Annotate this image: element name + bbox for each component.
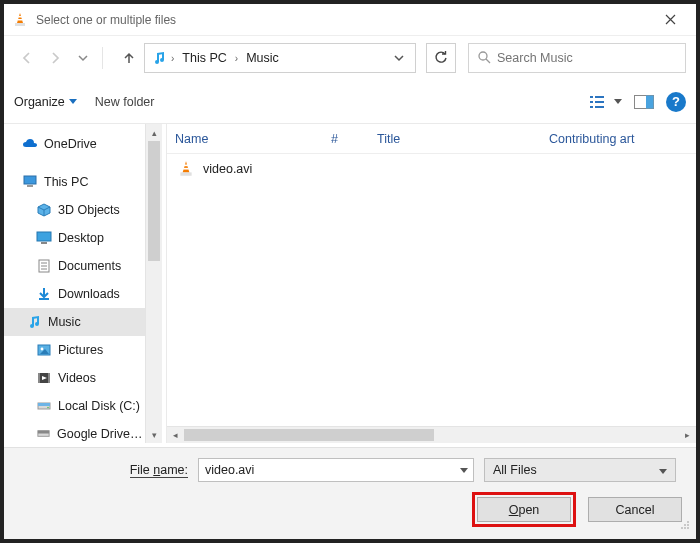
filter-label: All Files: [493, 463, 537, 477]
svg-line-5: [486, 59, 490, 63]
tree-item-music[interactable]: Music: [4, 308, 145, 336]
file-list-body[interactable]: video.avi: [167, 154, 696, 426]
svg-marker-41: [183, 161, 190, 172]
tree-label: Documents: [58, 259, 121, 273]
scroll-left-button[interactable]: ◂: [167, 430, 184, 440]
organize-button[interactable]: Organize: [14, 95, 77, 109]
svg-rect-42: [180, 172, 191, 175]
tree-item-localdisk[interactable]: Local Disk (C:): [4, 392, 145, 420]
col-header-contrib[interactable]: Contributing art: [549, 132, 696, 146]
svg-marker-0: [17, 13, 23, 23]
chevron-down-icon: [659, 463, 667, 477]
toolbar: Organize New folder ?: [4, 80, 696, 124]
tree-item-downloads[interactable]: Downloads: [4, 280, 145, 308]
tree-label: This PC: [44, 175, 88, 189]
file-row[interactable]: video.avi: [167, 156, 696, 182]
svg-rect-43: [184, 165, 188, 167]
tree-item-videos[interactable]: Videos: [4, 364, 145, 392]
close-button[interactable]: [650, 6, 690, 34]
onedrive-icon: [22, 136, 38, 152]
vlc-cone-icon: [177, 160, 195, 178]
filename-input[interactable]: [199, 463, 455, 477]
svg-point-4: [479, 52, 487, 60]
breadcrumb-this-pc[interactable]: This PC: [178, 51, 230, 65]
svg-rect-22: [37, 232, 51, 241]
tree-label: Pictures: [58, 343, 103, 357]
forward-button[interactable]: [42, 45, 68, 71]
tree-label: Music: [48, 315, 81, 329]
navigation-tree: OneDrive This PC 3D Objects Desktop: [4, 124, 162, 443]
file-open-dialog: Select one or multiple files › This PC ›…: [0, 0, 700, 543]
tree-item-3dobjects[interactable]: 3D Objects: [4, 196, 145, 224]
svg-rect-12: [595, 106, 604, 108]
3dobjects-icon: [36, 202, 52, 218]
filename-field[interactable]: [198, 458, 474, 482]
breadcrumb[interactable]: › This PC › Music: [144, 43, 416, 73]
tree-label: Google Drive (G:: [57, 427, 145, 441]
view-options-button[interactable]: [590, 95, 622, 109]
filename-dropdown[interactable]: [455, 468, 473, 473]
search-box[interactable]: [468, 43, 686, 73]
navigation-bar: › This PC › Music: [4, 36, 696, 80]
svg-rect-10: [595, 101, 604, 103]
filename-label: File name:: [18, 463, 188, 477]
back-button[interactable]: [14, 45, 40, 71]
documents-icon: [36, 258, 52, 274]
tree-item-googledrive[interactable]: Google Drive (G:: [4, 420, 145, 443]
chevron-right-icon[interactable]: ›: [171, 53, 174, 64]
pc-icon: [22, 174, 38, 190]
nav-separator: [102, 47, 110, 69]
search-input[interactable]: [497, 51, 677, 65]
scroll-down-button[interactable]: ▾: [146, 426, 162, 443]
file-list-scrollbar[interactable]: ◂ ▸: [167, 426, 696, 443]
col-header-title[interactable]: Title: [377, 132, 549, 146]
chevron-right-icon[interactable]: ›: [235, 53, 238, 64]
tree-item-documents[interactable]: Documents: [4, 252, 145, 280]
tree-label: OneDrive: [44, 137, 97, 151]
tree-item-onedrive[interactable]: OneDrive: [4, 130, 145, 158]
cancel-button[interactable]: Cancel: [588, 497, 682, 522]
scroll-right-button[interactable]: ▸: [679, 430, 696, 440]
svg-rect-44: [183, 168, 189, 170]
file-list: Name # Title Contributing art video.avi …: [166, 124, 696, 443]
tree-item-desktop[interactable]: Desktop: [4, 224, 145, 252]
svg-rect-37: [38, 403, 50, 406]
svg-marker-45: [460, 468, 468, 473]
breadcrumb-music[interactable]: Music: [242, 51, 283, 65]
downloads-icon: [36, 286, 52, 302]
new-folder-button[interactable]: New folder: [95, 95, 155, 109]
scroll-up-button[interactable]: ▴: [146, 124, 162, 141]
help-button[interactable]: ?: [666, 92, 686, 112]
svg-rect-15: [646, 95, 654, 108]
preview-pane-button[interactable]: [634, 95, 654, 109]
tree-item-pictures[interactable]: Pictures: [4, 336, 145, 364]
breadcrumb-dropdown[interactable]: [389, 54, 409, 62]
col-header-name[interactable]: Name: [171, 132, 331, 146]
open-button[interactable]: Open: [477, 497, 571, 522]
file-type-filter[interactable]: All Files: [484, 458, 676, 482]
recent-locations-button[interactable]: [70, 45, 96, 71]
pictures-icon: [36, 342, 52, 358]
svg-rect-33: [38, 373, 40, 383]
svg-rect-17: [27, 185, 33, 187]
tree-item-thispc[interactable]: This PC: [4, 168, 145, 196]
vlc-cone-icon: [12, 12, 28, 28]
refresh-button[interactable]: [426, 43, 456, 73]
window-title: Select one or multiple files: [36, 13, 650, 27]
scroll-thumb[interactable]: [184, 429, 434, 441]
svg-point-38: [47, 407, 49, 409]
col-header-num[interactable]: #: [331, 132, 377, 146]
svg-rect-9: [590, 101, 593, 103]
open-button-highlight: Open: [472, 492, 576, 527]
svg-rect-23: [41, 242, 47, 244]
column-headers: Name # Title Contributing art: [167, 124, 696, 154]
sidebar-scrollbar[interactable]: ▴ ▾: [145, 124, 162, 443]
svg-rect-2: [18, 16, 22, 18]
tree-label: 3D Objects: [58, 203, 120, 217]
scroll-thumb[interactable]: [148, 141, 160, 261]
music-icon: [151, 50, 167, 66]
search-icon: [477, 50, 491, 67]
svg-rect-34: [48, 373, 50, 383]
footer: File name: All Files Open Cancel: [4, 447, 696, 539]
up-button[interactable]: [116, 45, 142, 71]
